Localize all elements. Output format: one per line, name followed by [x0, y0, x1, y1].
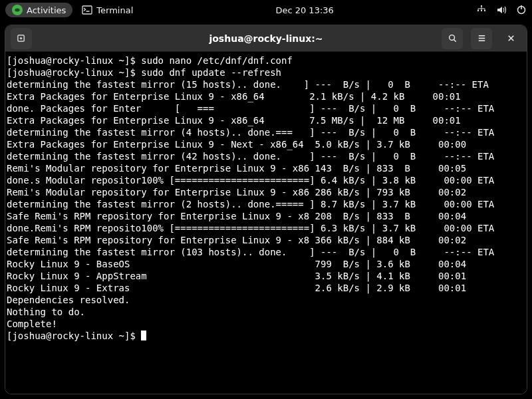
svg-rect-5 — [484, 10, 485, 11]
topbar-center: Dec 20 13:36 — [275, 5, 333, 15]
activities-label: Activities — [27, 5, 66, 15]
network-icon[interactable] — [476, 5, 487, 15]
terminal-icon — [82, 5, 92, 15]
svg-rect-3 — [477, 10, 479, 11]
volume-icon[interactable] — [496, 5, 507, 15]
svg-point-9 — [449, 35, 454, 41]
power-icon[interactable] — [516, 5, 527, 15]
terminal-body[interactable]: [joshua@rocky-linux ~]$ sudo nano /etc/d… — [5, 52, 527, 394]
search-button[interactable] — [442, 28, 463, 49]
clock[interactable]: Dec 20 13:36 — [275, 5, 333, 15]
menu-button[interactable] — [471, 28, 492, 49]
app-indicator-label: Terminal — [96, 5, 133, 15]
svg-rect-7 — [521, 5, 522, 9]
close-icon — [506, 33, 516, 43]
new-tab-icon — [17, 33, 27, 43]
svg-point-0 — [15, 9, 20, 12]
svg-rect-1 — [82, 6, 92, 14]
topbar-right — [476, 5, 527, 15]
topbar-left: Activities Terminal — [5, 3, 133, 17]
close-button[interactable] — [500, 28, 521, 49]
gnome-topbar: Activities Terminal Dec 20 13:36 — [0, 0, 532, 20]
svg-rect-2 — [481, 5, 482, 7]
svg-rect-4 — [481, 10, 482, 11]
prompt: [joshua@rocky-linux ~]$ — [7, 331, 141, 341]
activities-dot-icon — [12, 5, 23, 15]
terminal-window: joshua@rocky-linux:~ [joshua@rocky-linux… — [5, 25, 527, 394]
titlebar: joshua@rocky-linux:~ — [5, 25, 527, 52]
cursor — [141, 331, 146, 340]
search-icon — [448, 33, 458, 43]
activities-button[interactable]: Activities — [5, 3, 72, 17]
hamburger-icon — [477, 33, 487, 43]
new-tab-button[interactable] — [11, 28, 32, 49]
app-indicator[interactable]: Terminal — [82, 5, 133, 15]
